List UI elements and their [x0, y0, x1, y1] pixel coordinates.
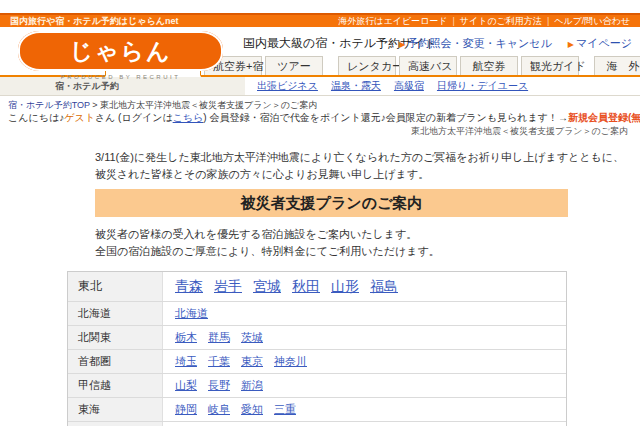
prefecture-link[interactable]: 三重 — [274, 402, 296, 417]
region-label: 北陸 — [68, 422, 163, 426]
prefecture-links: 北海道 — [163, 302, 566, 325]
topbar-tagline: 国内旅行や宿・ホテル予約はじゃらんnet — [10, 15, 178, 28]
tab-高速バス[interactable]: 高速バス — [399, 56, 457, 75]
intro-line-2: 全国の宿泊施設のご厚意により、特別料金にてご利用いただけます。 — [95, 243, 640, 260]
region-label: 首都圏 — [68, 350, 163, 373]
topbar-link[interactable]: ヘルプ/問い合わせ — [554, 15, 630, 28]
site-header: じゃらん PRODUCED BY RECRUIT 国内最大級の宿・ホテル予約サイ… — [0, 27, 640, 52]
tab-レンタカー[interactable]: レンタカー — [338, 56, 396, 75]
topbar-link-separator: | — [547, 16, 549, 26]
prefecture-links: 青森岩手宮城秋田山形福島 — [163, 272, 566, 301]
prefecture-link[interactable]: 北海道 — [175, 306, 208, 321]
prefecture-link[interactable]: 静岡 — [175, 402, 197, 417]
region-label: 北関東 — [68, 326, 163, 349]
topbar-links: 海外旅行はエイビーロード|サイトのご利用方法|ヘルプ/問い合わせ — [338, 15, 630, 28]
region-prefecture-table: 東北青森岩手宮城秋田山形福島北海道北海道北関東栃木群馬茨城首都圏埼玉千葉東京神奈… — [67, 271, 567, 426]
prefecture-link[interactable]: 千葉 — [208, 354, 230, 369]
prefecture-link[interactable]: 山形 — [331, 278, 359, 296]
subnav-link[interactable]: 出張ビジネス — [257, 79, 318, 93]
breadcrumb-separator: > — [90, 100, 100, 110]
tab-ツアー[interactable]: ツアー — [265, 56, 323, 75]
subnav-links: 出張ビジネス温泉・露天高級宿日帰り・デイユース — [245, 77, 528, 95]
table-row: 東北青森岩手宮城秋田山形福島 — [68, 272, 566, 302]
prefecture-links: 山梨長野新潟 — [163, 374, 566, 397]
prefecture-link[interactable]: 青森 — [175, 278, 203, 296]
prefecture-link[interactable]: 東京 — [241, 354, 263, 369]
table-row: 北関東栃木群馬茨城 — [68, 326, 566, 350]
prefecture-link[interactable]: 山梨 — [175, 378, 197, 393]
guest-name: ゲスト — [64, 112, 95, 123]
prefecture-link[interactable]: 群馬 — [208, 330, 230, 345]
breadcrumb: 宿・ホテル予約TOP > 東北地方太平洋沖地震＜被災者支援プラン＞のご案内 — [0, 96, 640, 109]
prefecture-link[interactable]: 宮城 — [253, 278, 281, 296]
breadcrumb-current: 東北地方太平洋沖地震＜被災者支援プラン＞のご案内 — [100, 100, 317, 110]
subnav-link[interactable]: 温泉・露天 — [331, 79, 381, 93]
prefecture-link[interactable]: 新潟 — [241, 378, 263, 393]
condolence-line-1: 3/11(金)に発生した東北地方太平洋沖地震により亡くなられた方のご冥福をお祈り… — [95, 149, 640, 166]
intro-message: 被災者の皆様の受入れを優先する宿泊施設をご案内いたします。 全国の宿泊施設のご厚… — [95, 226, 640, 260]
prefecture-link[interactable]: 埼玉 — [175, 354, 197, 369]
prefecture-link[interactable]: 神奈川 — [274, 354, 307, 369]
condolence-message: 3/11(金)に発生した東北地方太平洋沖地震により亡くなられた方のご冥福をお祈り… — [95, 149, 640, 183]
prefecture-link[interactable]: 福島 — [370, 278, 398, 296]
tab-観光ガイド[interactable]: 観光ガイド — [521, 56, 579, 75]
register-link[interactable]: 新規会員登録(無料)へ — [568, 112, 640, 123]
greeting-mid2: ) 会員登録・宿泊で代金をポイント還元♪会員限定の新着プランも見られます！→ — [203, 112, 568, 123]
login-link[interactable]: こちら — [173, 112, 204, 123]
topbar-link[interactable]: サイトのご利用方法 — [460, 15, 542, 28]
topbar-link-separator: | — [452, 16, 454, 26]
greeting-mid: さん (ログインは — [95, 112, 173, 123]
region-label: 東北 — [68, 272, 163, 301]
header-link-reservation[interactable]: ▶予約照会・変更・キャンセル — [399, 36, 551, 51]
prefecture-links: 富山石川福井 — [163, 422, 566, 426]
jalan-logo[interactable]: じゃらん — [18, 31, 223, 71]
prefecture-link[interactable]: 栃木 — [175, 330, 197, 345]
prefecture-link[interactable]: 岩手 — [214, 278, 242, 296]
arrow-icon: ▶ — [568, 40, 574, 49]
prefecture-link[interactable]: 秋田 — [292, 278, 320, 296]
subnav-link[interactable]: 日帰り・デイユース — [437, 79, 528, 93]
region-label: 東海 — [68, 398, 163, 421]
table-row: 北海道北海道 — [68, 302, 566, 326]
prefecture-links: 埼玉千葉東京神奈川 — [163, 350, 566, 373]
breadcrumb-home-link[interactable]: 宿・ホテル予約TOP — [8, 100, 90, 110]
arrow-icon: ▶ — [399, 40, 405, 49]
intro-line-1: 被災者の皆様の受入れを優先する宿泊施設をご案内いたします。 — [95, 226, 640, 243]
greeting-pre: こんにちは♪ — [8, 112, 64, 123]
prefecture-link[interactable]: 愛知 — [241, 402, 263, 417]
prefecture-link[interactable]: 長野 — [208, 378, 230, 393]
prefecture-link[interactable]: 茨城 — [241, 330, 263, 345]
region-label: 北海道 — [68, 302, 163, 325]
tab-海外[interactable]: 海 外 — [594, 56, 640, 75]
table-row: 甲信越山梨長野新潟 — [68, 374, 566, 398]
table-row: 北陸富山石川福井 — [68, 422, 566, 426]
topbar: 国内旅行や宿・ホテル予約はじゃらんnet 海外旅行はエイビーロード|サイトのご利… — [0, 13, 640, 27]
prefecture-links: 静岡岐阜愛知三重 — [163, 398, 566, 421]
prefecture-links: 栃木群馬茨城 — [163, 326, 566, 349]
greeting-bar: こんにちは♪ゲストさん (ログインはこちら) 会員登録・宿泊で代金をポイント還元… — [0, 109, 640, 123]
account-links: ▶予約照会・変更・キャンセル▶マイページ — [399, 36, 632, 51]
tab-航空券[interactable]: 航空券 — [460, 56, 518, 75]
subnav-link[interactable]: 高級宿 — [394, 79, 424, 93]
prefecture-link[interactable]: 岐阜 — [208, 402, 230, 417]
logo-credit: PRODUCED BY RECRUIT — [18, 74, 223, 80]
topbar-link[interactable]: 海外旅行はエイビーロード — [338, 15, 447, 28]
table-row: 首都圏埼玉千葉東京神奈川 — [68, 350, 566, 374]
table-row: 東海静岡岐阜愛知三重 — [68, 398, 566, 422]
support-plan-banner: 被災者支援プランのご案内 — [95, 189, 568, 217]
condolence-line-2: 被災された皆様とその家族の方々に心よりお見舞い申し上げます。 — [95, 166, 640, 183]
region-label: 甲信越 — [68, 374, 163, 397]
header-link-mypage[interactable]: ▶マイページ — [568, 36, 632, 51]
top-spacer — [0, 0, 640, 13]
jalan-page: 国内旅行や宿・ホテル予約はじゃらんnet 海外旅行はエイビーロード|サイトのご利… — [0, 0, 640, 426]
